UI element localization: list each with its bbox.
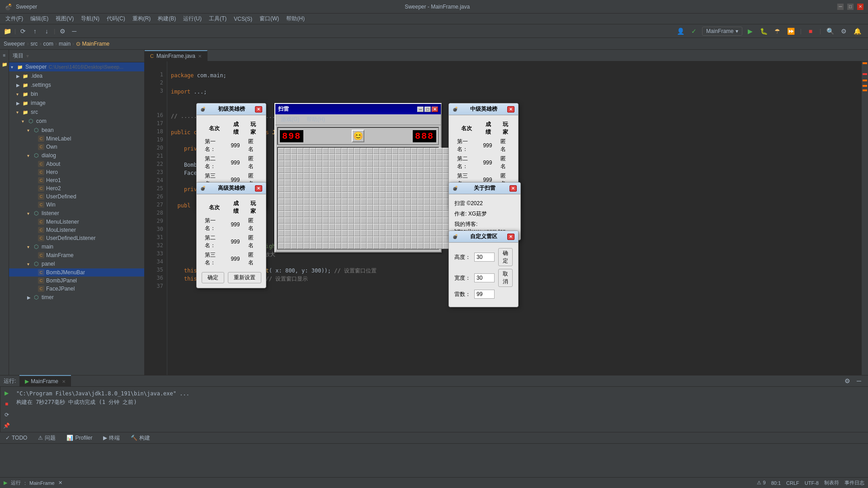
ms-cell[interactable] (354, 154, 360, 160)
ms-cell[interactable] (303, 217, 310, 224)
tab-terminal[interactable]: ▶ 终端 (98, 432, 125, 444)
ms-cell[interactable] (284, 167, 291, 173)
ms-cell[interactable] (417, 173, 424, 179)
ms-cell[interactable] (424, 198, 430, 205)
ms-cell[interactable] (367, 211, 373, 217)
ms-cell[interactable] (278, 198, 284, 205)
ms-cell[interactable] (329, 179, 335, 186)
ms-cell[interactable] (310, 243, 316, 249)
ms-cell[interactable] (316, 154, 322, 160)
ms-cell[interactable] (278, 179, 284, 186)
ms-cell[interactable] (411, 154, 417, 160)
ms-cell[interactable] (379, 173, 386, 179)
ms-cell[interactable] (348, 198, 354, 205)
run-tab-mainframe[interactable]: ▶ MainFrame ✕ (19, 375, 71, 387)
ms-cell[interactable] (386, 230, 392, 236)
ms-cell[interactable] (322, 148, 329, 154)
ms-cell[interactable] (303, 243, 310, 249)
tree-item-mainframe[interactable]: ▶ C MainFrame (9, 251, 144, 259)
ms-cell[interactable] (360, 160, 367, 167)
ms-cell[interactable] (430, 179, 436, 186)
ms-cell[interactable] (436, 198, 443, 205)
ms-cell[interactable] (341, 205, 348, 211)
ms-cell[interactable] (379, 160, 386, 167)
ms-cell[interactable] (443, 236, 449, 243)
ms-cell[interactable] (430, 230, 436, 236)
ms-cell[interactable] (405, 236, 411, 243)
ms-cell[interactable] (310, 173, 316, 179)
ms-cell[interactable] (424, 224, 430, 230)
ms-cell[interactable] (417, 217, 424, 224)
ms-cell[interactable] (335, 236, 341, 243)
ms-cell[interactable] (335, 205, 341, 211)
ms-cell[interactable] (284, 154, 291, 160)
ms-cell[interactable] (411, 192, 417, 198)
toolbar-project-icon[interactable]: 📁 (2, 26, 13, 37)
ms-cell[interactable] (392, 198, 398, 205)
ms-cell[interactable] (373, 211, 379, 217)
ms-cell[interactable] (436, 148, 443, 154)
ms-cell[interactable] (329, 167, 335, 173)
tree-item-win[interactable]: ▶ C Win (9, 201, 144, 209)
ms-cell[interactable] (341, 154, 348, 160)
ms-cell[interactable] (316, 148, 322, 154)
ms-cell[interactable] (329, 224, 335, 230)
ms-cell[interactable] (297, 236, 303, 243)
ms-cell[interactable] (430, 167, 436, 173)
ms-cell[interactable] (443, 173, 449, 179)
left-icon-2[interactable]: 📁 (1, 61, 8, 68)
ms-cell[interactable] (329, 160, 335, 167)
ms-cell[interactable] (443, 205, 449, 211)
ms-cell[interactable] (316, 243, 322, 249)
ms-cell[interactable] (341, 167, 348, 173)
ms-cell[interactable] (329, 211, 335, 217)
ms-cell[interactable] (360, 154, 367, 160)
ms-cell[interactable] (310, 224, 316, 230)
ms-cell[interactable] (398, 186, 405, 192)
ms-cell[interactable] (373, 230, 379, 236)
minimize-button[interactable]: ─ (837, 4, 844, 10)
ms-cell[interactable] (405, 243, 411, 249)
ms-cell[interactable] (360, 211, 367, 217)
ms-cell[interactable] (354, 173, 360, 179)
ms-cell[interactable] (348, 160, 354, 167)
ms-cell[interactable] (367, 243, 373, 249)
ms-cell[interactable] (411, 230, 417, 236)
ms-cell[interactable] (316, 198, 322, 205)
debug-button[interactable]: 🐛 (759, 26, 769, 37)
ms-cell[interactable] (373, 217, 379, 224)
ms-cell[interactable] (291, 186, 297, 192)
ms-cell[interactable] (398, 217, 405, 224)
tab-profiler[interactable]: 📊 Profiler (61, 432, 98, 444)
ms-cell[interactable] (341, 192, 348, 198)
ms-cell[interactable] (373, 198, 379, 205)
ms-cell[interactable] (284, 160, 291, 167)
ms-cell[interactable] (360, 236, 367, 243)
tree-item-facejpanel[interactable]: ▶ C FaceJPanel (9, 285, 144, 293)
ms-cell[interactable] (411, 236, 417, 243)
ms-cell[interactable] (424, 211, 430, 217)
warnings-badge[interactable]: ⚠ 9 (757, 480, 765, 486)
ms-face-button[interactable]: 😊 (352, 130, 364, 142)
ms-cell[interactable] (424, 192, 430, 198)
ms-cell[interactable] (341, 230, 348, 236)
ms-cell[interactable] (303, 192, 310, 198)
ms-cell[interactable] (411, 148, 417, 154)
ms-cell[interactable] (303, 224, 310, 230)
ms-cell[interactable] (354, 236, 360, 243)
ms-cell[interactable] (354, 186, 360, 192)
ms-cell[interactable] (367, 217, 373, 224)
ms-cell[interactable] (354, 211, 360, 217)
ms-cell[interactable] (379, 243, 386, 249)
ms-cell[interactable] (417, 154, 424, 160)
tree-item-hero[interactable]: ▶ C Hero (9, 168, 144, 176)
ms-cell[interactable] (291, 205, 297, 211)
ms-cell[interactable] (322, 236, 329, 243)
ms-cell[interactable] (411, 186, 417, 192)
ms-cell[interactable] (278, 167, 284, 173)
ms-cell[interactable] (417, 167, 424, 173)
ms-cell[interactable] (398, 211, 405, 217)
tree-item-idea[interactable]: ▶ 📁 .idea (9, 71, 144, 80)
ms-cell[interactable] (329, 192, 335, 198)
ms-cell[interactable] (316, 160, 322, 167)
